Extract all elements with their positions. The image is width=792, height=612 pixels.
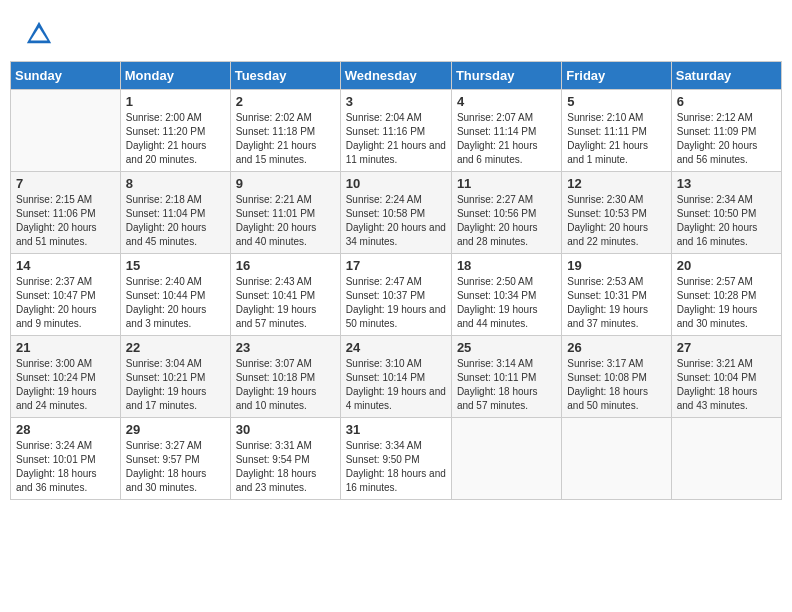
day-info: Sunrise: 2:21 AM Sunset: 11:01 PM Daylig… <box>236 193 335 249</box>
day-info: Sunrise: 2:27 AM Sunset: 10:56 PM Daylig… <box>457 193 556 249</box>
day-number: 8 <box>126 176 225 191</box>
calendar-cell: 28Sunrise: 3:24 AM Sunset: 10:01 PM Dayl… <box>11 418 121 500</box>
calendar-cell: 11Sunrise: 2:27 AM Sunset: 10:56 PM Dayl… <box>451 172 561 254</box>
calendar-cell: 20Sunrise: 2:57 AM Sunset: 10:28 PM Dayl… <box>671 254 781 336</box>
day-info: Sunrise: 3:00 AM Sunset: 10:24 PM Daylig… <box>16 357 115 413</box>
calendar-cell: 17Sunrise: 2:47 AM Sunset: 10:37 PM Dayl… <box>340 254 451 336</box>
day-info: Sunrise: 2:15 AM Sunset: 11:06 PM Daylig… <box>16 193 115 249</box>
day-number: 26 <box>567 340 665 355</box>
day-number: 9 <box>236 176 335 191</box>
calendar-cell: 29Sunrise: 3:27 AM Sunset: 9:57 PM Dayli… <box>120 418 230 500</box>
day-info: Sunrise: 2:40 AM Sunset: 10:44 PM Daylig… <box>126 275 225 331</box>
day-info: Sunrise: 2:00 AM Sunset: 11:20 PM Daylig… <box>126 111 225 167</box>
calendar-cell: 10Sunrise: 2:24 AM Sunset: 10:58 PM Dayl… <box>340 172 451 254</box>
calendar-cell: 31Sunrise: 3:34 AM Sunset: 9:50 PM Dayli… <box>340 418 451 500</box>
day-number: 28 <box>16 422 115 437</box>
day-number: 25 <box>457 340 556 355</box>
calendar-cell: 24Sunrise: 3:10 AM Sunset: 10:14 PM Dayl… <box>340 336 451 418</box>
day-number: 24 <box>346 340 446 355</box>
weekday-header-sunday: Sunday <box>11 62 121 90</box>
logo-icon <box>25 20 53 48</box>
logo <box>25 20 57 48</box>
calendar-cell: 4Sunrise: 2:07 AM Sunset: 11:14 PM Dayli… <box>451 90 561 172</box>
calendar-cell <box>562 418 671 500</box>
calendar-cell: 27Sunrise: 3:21 AM Sunset: 10:04 PM Dayl… <box>671 336 781 418</box>
day-number: 21 <box>16 340 115 355</box>
day-number: 27 <box>677 340 776 355</box>
day-info: Sunrise: 2:53 AM Sunset: 10:31 PM Daylig… <box>567 275 665 331</box>
day-info: Sunrise: 2:18 AM Sunset: 11:04 PM Daylig… <box>126 193 225 249</box>
day-info: Sunrise: 3:07 AM Sunset: 10:18 PM Daylig… <box>236 357 335 413</box>
calendar-cell: 5Sunrise: 2:10 AM Sunset: 11:11 PM Dayli… <box>562 90 671 172</box>
day-number: 14 <box>16 258 115 273</box>
calendar-cell: 2Sunrise: 2:02 AM Sunset: 11:18 PM Dayli… <box>230 90 340 172</box>
day-number: 12 <box>567 176 665 191</box>
day-number: 18 <box>457 258 556 273</box>
calendar-week-row: 21Sunrise: 3:00 AM Sunset: 10:24 PM Dayl… <box>11 336 782 418</box>
weekday-header-monday: Monday <box>120 62 230 90</box>
calendar-cell: 23Sunrise: 3:07 AM Sunset: 10:18 PM Dayl… <box>230 336 340 418</box>
weekday-header-wednesday: Wednesday <box>340 62 451 90</box>
day-info: Sunrise: 3:34 AM Sunset: 9:50 PM Dayligh… <box>346 439 446 495</box>
calendar-cell: 21Sunrise: 3:00 AM Sunset: 10:24 PM Dayl… <box>11 336 121 418</box>
calendar-cell <box>451 418 561 500</box>
day-info: Sunrise: 3:17 AM Sunset: 10:08 PM Daylig… <box>567 357 665 413</box>
calendar-header-row: SundayMondayTuesdayWednesdayThursdayFrid… <box>11 62 782 90</box>
calendar-cell: 14Sunrise: 2:37 AM Sunset: 10:47 PM Dayl… <box>11 254 121 336</box>
calendar-week-row: 7Sunrise: 2:15 AM Sunset: 11:06 PM Dayli… <box>11 172 782 254</box>
calendar-table: SundayMondayTuesdayWednesdayThursdayFrid… <box>10 61 782 500</box>
day-info: Sunrise: 3:14 AM Sunset: 10:11 PM Daylig… <box>457 357 556 413</box>
calendar-cell: 13Sunrise: 2:34 AM Sunset: 10:50 PM Dayl… <box>671 172 781 254</box>
day-info: Sunrise: 3:21 AM Sunset: 10:04 PM Daylig… <box>677 357 776 413</box>
day-info: Sunrise: 2:07 AM Sunset: 11:14 PM Daylig… <box>457 111 556 167</box>
day-number: 22 <box>126 340 225 355</box>
day-info: Sunrise: 3:10 AM Sunset: 10:14 PM Daylig… <box>346 357 446 413</box>
page-header <box>10 10 782 53</box>
calendar-cell: 1Sunrise: 2:00 AM Sunset: 11:20 PM Dayli… <box>120 90 230 172</box>
calendar-cell: 8Sunrise: 2:18 AM Sunset: 11:04 PM Dayli… <box>120 172 230 254</box>
day-number: 15 <box>126 258 225 273</box>
day-info: Sunrise: 2:47 AM Sunset: 10:37 PM Daylig… <box>346 275 446 331</box>
weekday-header-saturday: Saturday <box>671 62 781 90</box>
day-number: 19 <box>567 258 665 273</box>
day-info: Sunrise: 2:10 AM Sunset: 11:11 PM Daylig… <box>567 111 665 167</box>
day-number: 6 <box>677 94 776 109</box>
day-number: 10 <box>346 176 446 191</box>
calendar-cell: 16Sunrise: 2:43 AM Sunset: 10:41 PM Dayl… <box>230 254 340 336</box>
day-info: Sunrise: 2:57 AM Sunset: 10:28 PM Daylig… <box>677 275 776 331</box>
weekday-header-tuesday: Tuesday <box>230 62 340 90</box>
calendar-cell <box>11 90 121 172</box>
day-number: 16 <box>236 258 335 273</box>
day-number: 11 <box>457 176 556 191</box>
day-number: 23 <box>236 340 335 355</box>
day-info: Sunrise: 2:30 AM Sunset: 10:53 PM Daylig… <box>567 193 665 249</box>
calendar-cell: 30Sunrise: 3:31 AM Sunset: 9:54 PM Dayli… <box>230 418 340 500</box>
calendar-cell: 12Sunrise: 2:30 AM Sunset: 10:53 PM Dayl… <box>562 172 671 254</box>
calendar-cell: 15Sunrise: 2:40 AM Sunset: 10:44 PM Dayl… <box>120 254 230 336</box>
day-number: 1 <box>126 94 225 109</box>
day-info: Sunrise: 2:50 AM Sunset: 10:34 PM Daylig… <box>457 275 556 331</box>
day-number: 17 <box>346 258 446 273</box>
day-info: Sunrise: 3:31 AM Sunset: 9:54 PM Dayligh… <box>236 439 335 495</box>
weekday-header-friday: Friday <box>562 62 671 90</box>
calendar-cell: 7Sunrise: 2:15 AM Sunset: 11:06 PM Dayli… <box>11 172 121 254</box>
day-number: 5 <box>567 94 665 109</box>
day-number: 30 <box>236 422 335 437</box>
calendar-cell: 9Sunrise: 2:21 AM Sunset: 11:01 PM Dayli… <box>230 172 340 254</box>
calendar-week-row: 14Sunrise: 2:37 AM Sunset: 10:47 PM Dayl… <box>11 254 782 336</box>
day-info: Sunrise: 2:12 AM Sunset: 11:09 PM Daylig… <box>677 111 776 167</box>
day-number: 29 <box>126 422 225 437</box>
day-info: Sunrise: 2:24 AM Sunset: 10:58 PM Daylig… <box>346 193 446 249</box>
calendar-cell: 19Sunrise: 2:53 AM Sunset: 10:31 PM Dayl… <box>562 254 671 336</box>
day-number: 13 <box>677 176 776 191</box>
calendar-cell: 3Sunrise: 2:04 AM Sunset: 11:16 PM Dayli… <box>340 90 451 172</box>
calendar-cell: 6Sunrise: 2:12 AM Sunset: 11:09 PM Dayli… <box>671 90 781 172</box>
calendar-cell: 22Sunrise: 3:04 AM Sunset: 10:21 PM Dayl… <box>120 336 230 418</box>
day-info: Sunrise: 2:02 AM Sunset: 11:18 PM Daylig… <box>236 111 335 167</box>
calendar-cell <box>671 418 781 500</box>
day-info: Sunrise: 2:43 AM Sunset: 10:41 PM Daylig… <box>236 275 335 331</box>
day-number: 3 <box>346 94 446 109</box>
day-info: Sunrise: 3:04 AM Sunset: 10:21 PM Daylig… <box>126 357 225 413</box>
day-number: 2 <box>236 94 335 109</box>
day-info: Sunrise: 3:27 AM Sunset: 9:57 PM Dayligh… <box>126 439 225 495</box>
